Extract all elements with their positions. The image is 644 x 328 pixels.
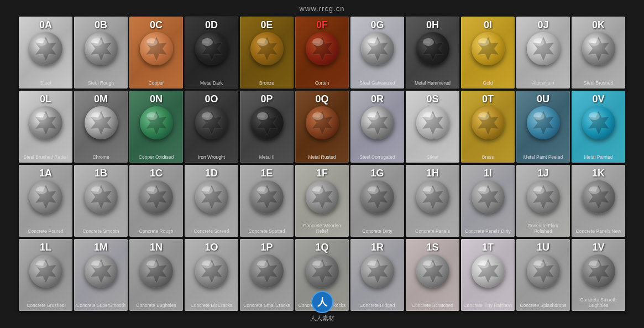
sphere-1t xyxy=(472,254,505,288)
row-1: 0LSteel Brushed Radial0MChrome0NCopper O… xyxy=(3,91,641,163)
tile-1d[interactable]: 1DConcrete Screed xyxy=(185,165,238,237)
tile-name-1t: Concrete Tiny Rainbow xyxy=(461,303,515,308)
sphere-0g xyxy=(361,32,394,65)
tile-1e[interactable]: 1EConcrete Spotted xyxy=(240,165,294,237)
tile-1i[interactable]: 1IConcrete Panels Dirty xyxy=(461,165,515,237)
tile-0a[interactable]: 0ASteel xyxy=(19,17,72,88)
sphere-1o xyxy=(195,254,228,288)
tile-0j[interactable]: 0JAluminium xyxy=(516,17,570,88)
tile-name-1b: Concrete Smooth xyxy=(74,228,128,234)
tile-0s[interactable]: 0SSilver xyxy=(406,91,459,163)
row-0: 0ASteel0BSteel Rough0CCopper0DMetal Dark… xyxy=(3,17,641,88)
tile-0o[interactable]: 0OIron Wrought xyxy=(185,91,238,163)
tile-name-0g: Steel Galvanized xyxy=(350,80,404,86)
tile-name-1k: Concrete Panels New xyxy=(572,228,625,234)
svg-point-53 xyxy=(257,186,268,194)
tile-0f[interactable]: 0FCorten xyxy=(295,17,349,88)
tile-label-1k: 1K xyxy=(572,168,625,179)
tile-1k[interactable]: 1KConcrete Panels New xyxy=(572,165,625,237)
tile-1r[interactable]: 1RConcrete Ridged xyxy=(350,239,404,311)
tile-1m[interactable]: 1MConcrete SuperSmooth xyxy=(74,239,128,311)
tile-0d[interactable]: 0DMetal Dark xyxy=(185,17,238,88)
tile-1s[interactable]: 1SConcrete Scratched xyxy=(406,239,459,311)
tile-0t[interactable]: 0TBrass xyxy=(461,91,515,163)
watermark-logo: 人 xyxy=(311,291,333,313)
svg-point-25 xyxy=(91,112,102,120)
tile-name-0a: Steel xyxy=(19,80,72,86)
tile-label-0u: 0U xyxy=(516,93,570,105)
sphere-0r xyxy=(361,106,394,139)
tile-label-0f: 0F xyxy=(295,19,349,31)
svg-point-35 xyxy=(368,112,379,120)
tile-name-0n: Copper Oxidised xyxy=(129,154,183,160)
sphere-1a xyxy=(29,180,62,214)
sphere-0a xyxy=(29,32,62,65)
tile-label-1j: 1J xyxy=(516,168,570,179)
tile-0r[interactable]: 0RSteel Corrugated xyxy=(350,91,404,163)
tile-name-0s: Silver xyxy=(406,154,459,160)
svg-point-13 xyxy=(368,38,379,46)
tile-0n[interactable]: 0NCopper Oxidised xyxy=(129,91,183,163)
sphere-0h xyxy=(416,32,449,65)
tile-name-1o: Concrete BigCracks xyxy=(185,303,238,308)
tile-0e[interactable]: 0EBronze xyxy=(240,17,294,88)
tile-name-1u: Concrete Splashdrops xyxy=(516,303,570,308)
sphere-0d xyxy=(195,32,228,65)
tile-1h[interactable]: 1HConcrete Panels xyxy=(406,165,459,237)
svg-point-39 xyxy=(478,112,489,120)
tile-1c[interactable]: 1CConcrete Rough xyxy=(129,165,183,237)
tile-1a[interactable]: 1AConcrete Poured xyxy=(19,165,72,237)
tile-0q[interactable]: 0QMetal Rusted xyxy=(295,91,349,163)
svg-point-85 xyxy=(533,261,544,268)
tile-name-0b: Steel Rough xyxy=(74,80,128,86)
tile-label-1g: 1G xyxy=(350,168,404,179)
svg-point-63 xyxy=(533,186,544,194)
tile-0b[interactable]: 0BSteel Rough xyxy=(74,17,128,88)
tile-1t[interactable]: 1TConcrete Tiny Rainbow xyxy=(461,239,515,311)
tile-name-1f: Concrete Wooden Relief xyxy=(295,223,349,234)
sphere-1v xyxy=(582,254,615,288)
tile-0p[interactable]: 0PMetal Il xyxy=(240,91,294,163)
tile-0g[interactable]: 0GSteel Galvanized xyxy=(350,17,404,88)
tile-label-1b: 1B xyxy=(74,168,128,179)
tile-name-0f: Corten xyxy=(295,80,349,86)
tile-1n[interactable]: 1NConcrete Bugholes xyxy=(129,239,183,311)
tile-label-1t: 1T xyxy=(461,242,515,253)
tile-1p[interactable]: 1PConcrete SmallCracks xyxy=(240,239,294,311)
tile-0v[interactable]: 0VMetal Painted xyxy=(572,91,625,163)
tile-1l[interactable]: 1LConcrete Brushed xyxy=(19,239,72,311)
tile-name-1h: Concrete Panels xyxy=(406,228,459,234)
tile-1b[interactable]: 1BConcrete Smooth xyxy=(74,165,128,237)
tile-1u[interactable]: 1UConcrete Splashdrops xyxy=(516,239,570,311)
tile-1f[interactable]: 1FConcrete Wooden Relief xyxy=(295,165,349,237)
tile-label-1n: 1N xyxy=(129,242,183,253)
svg-point-43 xyxy=(589,112,600,120)
tile-0m[interactable]: 0MChrome xyxy=(74,91,128,163)
tile-label-0a: 0A xyxy=(19,19,72,31)
tile-0k[interactable]: 0KSteel Brushed xyxy=(572,17,625,88)
svg-point-81 xyxy=(423,261,434,268)
tile-label-1r: 1R xyxy=(350,242,404,253)
tile-0i[interactable]: 0IGold xyxy=(461,17,515,88)
tile-1v[interactable]: 1VConcrete Smooth Bugholes xyxy=(572,239,625,311)
tile-0u[interactable]: 0UMetal Paint Peeled xyxy=(516,91,570,163)
sphere-0u xyxy=(527,106,560,139)
svg-point-41 xyxy=(533,112,544,120)
svg-point-3 xyxy=(91,38,102,46)
tile-label-0l: 0L xyxy=(19,93,72,105)
tile-1g[interactable]: 1GConcrete Dirty xyxy=(350,165,404,237)
tile-1o[interactable]: 1OConcrete BigCracks xyxy=(185,239,238,311)
tile-label-1m: 1M xyxy=(74,242,128,253)
tile-0l[interactable]: 0LSteel Brushed Radial xyxy=(19,91,72,163)
tile-1j[interactable]: 1JConcrete Floor Polished xyxy=(516,165,570,237)
sphere-1p xyxy=(250,254,284,288)
tile-label-0c: 0C xyxy=(129,19,183,31)
tile-0h[interactable]: 0HMetal Hammered xyxy=(406,17,459,88)
sphere-1i xyxy=(472,180,505,214)
tile-name-0r: Steel Corrugated xyxy=(350,154,404,160)
tile-label-1i: 1I xyxy=(461,168,515,179)
watermark-bottom: 人 人人素材 xyxy=(310,291,334,322)
svg-point-57 xyxy=(368,186,379,194)
tile-name-0q: Metal Rusted xyxy=(295,154,349,160)
tile-0c[interactable]: 0CCopper xyxy=(129,17,183,88)
